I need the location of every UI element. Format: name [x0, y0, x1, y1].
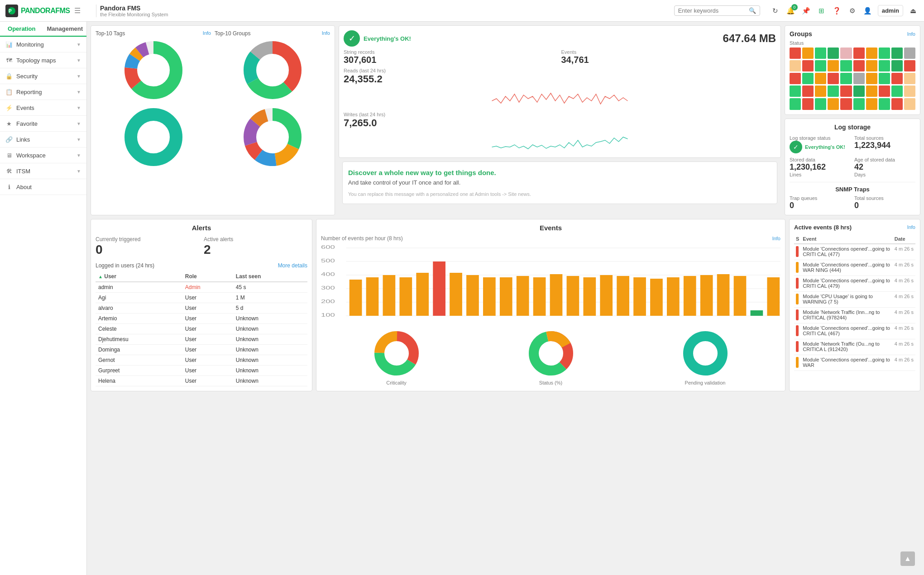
col-user: ▲ User — [96, 271, 182, 282]
heatmap-cell — [891, 48, 903, 59]
stored-data-unit: Lines — [790, 172, 851, 177]
snmp-grid: Trap queues 0 Total sources 0 — [790, 195, 915, 210]
svg-text:P: P — [9, 9, 12, 14]
heatmap-cell — [790, 73, 801, 84]
sidebar-item-favorite[interactable]: ★ Favorite ▼ — [0, 116, 86, 132]
ae-col-s: S — [794, 234, 801, 244]
table-row: DomingaUserUnknown — [96, 344, 307, 355]
tab-operation[interactable]: Operation — [0, 22, 43, 37]
ae-event-time: 4 m 26 s — [893, 339, 915, 355]
sidebar-item-about[interactable]: ℹ About — [0, 179, 86, 195]
chevron-down-icon: ▼ — [77, 74, 81, 79]
tab-management[interactable]: Management — [43, 22, 87, 36]
svg-point-14 — [263, 60, 282, 80]
help-icon[interactable]: ❓ — [832, 5, 843, 16]
svg-rect-53 — [617, 276, 629, 316]
grid-icon[interactable]: ⊞ — [816, 5, 827, 16]
heatmap-cell — [866, 98, 877, 109]
sidebar-item-topology[interactable]: 🗺 Topology maps ▼ — [0, 52, 86, 68]
groups-info[interactable]: Info — [907, 31, 915, 37]
status-ok-text: Everything's OK! — [364, 35, 411, 42]
string-records-value: 307,601 — [344, 55, 559, 65]
reads-value: 24,355.2 — [344, 73, 776, 85]
svg-rect-59 — [717, 274, 730, 316]
sidebar-item-security[interactable]: 🔒 Security ▼ — [0, 68, 86, 84]
trap-queues-col: Trap queues 0 — [790, 195, 851, 210]
chevron-down-icon: ▼ — [77, 153, 81, 158]
heatmap-cell — [828, 98, 839, 109]
layout: Operation Management 📊 Monitoring ▼ 🗺 To… — [0, 22, 924, 575]
collapse-icon[interactable]: ☰ — [74, 6, 81, 15]
heatmap-cell — [815, 48, 826, 59]
sidebar-item-itsm[interactable]: 🛠 ITSM ▼ — [0, 163, 86, 179]
user-name: Gurpreet — [96, 365, 182, 375]
ae-severity-cell — [794, 339, 801, 355]
log-ok-icon: ✓ — [790, 141, 802, 153]
refresh-icon[interactable]: ↻ — [770, 5, 781, 16]
heatmap-cell — [790, 86, 801, 97]
search-input[interactable] — [678, 7, 746, 14]
currently-triggered-label: Currently triggered — [96, 236, 199, 242]
heatmap-cell — [790, 98, 801, 109]
ae-event-text: Module 'Network Traffic (Ou...ng to CRIT… — [801, 339, 892, 355]
heatmap-cell — [790, 60, 801, 71]
user-menu[interactable]: admin — [878, 5, 903, 16]
sidebar-item-links[interactable]: 🔗 Links ▼ — [0, 132, 86, 147]
user-icon[interactable]: 👤 — [862, 5, 873, 16]
trap-queues-label: Trap queues — [790, 195, 851, 201]
notification-icon[interactable]: 🔔0 — [785, 5, 796, 16]
search-icon[interactable]: 🔍 — [749, 7, 756, 14]
sidebar-item-reporting[interactable]: 📋 Reporting ▼ — [0, 84, 86, 100]
age-value: 42 — [854, 162, 915, 172]
top-tags-info[interactable]: Info — [203, 30, 211, 37]
list-item: Module 'Connections opened'...going to C… — [794, 276, 915, 291]
svg-rect-49 — [550, 274, 563, 316]
search-box[interactable]: 🔍 — [674, 5, 760, 16]
monitoring-icon: 📊 — [5, 41, 13, 48]
more-details-link[interactable]: More details — [278, 262, 307, 269]
svg-rect-45 — [483, 277, 496, 316]
heatmap-cell — [866, 86, 877, 97]
svg-rect-39 — [383, 275, 396, 316]
user-last-seen: Unknown — [233, 355, 307, 365]
severity-indicator — [796, 278, 799, 289]
groups-donut-2 — [215, 105, 330, 169]
svg-rect-47 — [517, 276, 529, 316]
ae-info-link[interactable]: Info — [907, 224, 915, 230]
total-sources-value: 1,223,944 — [854, 141, 915, 150]
user-name: Dominga — [96, 344, 182, 355]
heatmap-cell — [891, 86, 903, 97]
writes-stat: Writes (last 24 hrs) 7,265.0 — [344, 112, 776, 153]
currently-triggered-value: 0 — [96, 242, 199, 257]
snmp-total-sources-value: 0 — [854, 201, 915, 210]
user-role: User — [182, 323, 233, 334]
age-label: Age of stored data — [854, 157, 915, 162]
sidebar-item-events[interactable]: ⚡ Events ▼ — [0, 100, 86, 116]
user-name: alvaro — [96, 303, 182, 313]
heatmap-cell — [802, 48, 814, 59]
pin-icon[interactable]: 📌 — [801, 5, 812, 16]
events-info-link[interactable]: Info — [772, 236, 780, 241]
table-row: GernotUserUnknown — [96, 355, 307, 365]
list-item: Module 'Connections opened'...going to W… — [794, 355, 915, 371]
sidebar-item-monitoring[interactable]: 📊 Monitoring ▼ — [0, 37, 86, 52]
security-icon: 🔒 — [5, 72, 13, 80]
events-donuts: Criticality Status (%) — [321, 328, 780, 385]
reporting-icon: 📋 — [5, 88, 13, 95]
back-to-top-button[interactable]: ▲ — [900, 551, 915, 566]
settings-icon[interactable]: ⚙ — [847, 5, 858, 16]
about-icon: ℹ — [5, 183, 13, 190]
top-groups-info[interactable]: Info — [322, 30, 330, 37]
sidebar-label-security: Security — [16, 73, 38, 80]
pending-svg — [680, 328, 730, 378]
logo-area: P PANDORAFMS ☰ — [5, 5, 91, 17]
events-bar-svg: 600 500 400 300 200 100 — [321, 243, 780, 325]
heatmap-cell — [815, 98, 826, 109]
status-pct-svg — [526, 328, 576, 378]
sidebar-item-workspace[interactable]: 🖥 Workspace ▼ — [0, 147, 86, 163]
logged-users-label: Logged in users (24 hrs) — [96, 262, 154, 269]
criticality-label: Criticality — [386, 380, 407, 385]
heatmap-cell — [879, 73, 890, 84]
logout-icon[interactable]: ⏏ — [908, 5, 919, 16]
active-alerts-stat: Active alerts 2 — [204, 236, 307, 257]
